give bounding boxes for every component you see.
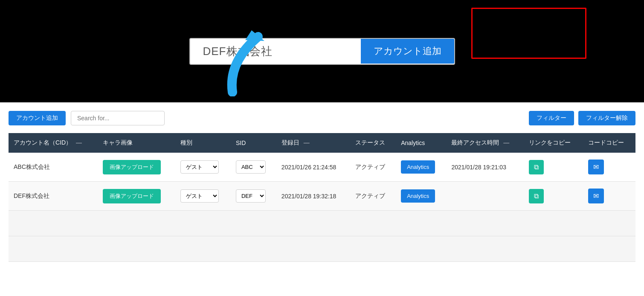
sid-select[interactable]: ABC DEF [236, 189, 266, 203]
toolbar: アカウント追加 フィルター フィルター解除 [9, 111, 635, 125]
cell-analytics: Analytics [396, 153, 446, 182]
copy-link-button[interactable]: ⧉ [529, 160, 544, 174]
filter-clear-button[interactable]: フィルター解除 [578, 111, 635, 125]
type-select[interactable]: ゲスト 管理者 [180, 189, 219, 203]
table-row: DEF株式会社 画像アップロード ゲスト 管理者 ABC DEF [9, 182, 635, 211]
upload-button[interactable]: 画像アップロード [103, 160, 161, 174]
cell-copy-code: ✉ [583, 182, 635, 211]
col-header-sid: SID [231, 133, 276, 153]
sid-select[interactable]: ABC DEF [236, 160, 266, 174]
toolbar-right: フィルター フィルター解除 [529, 111, 635, 125]
col-header-copy-code: コードコピー [583, 133, 635, 153]
col-header-account-name: アカウント名（CID） — [9, 133, 98, 153]
cursor-icon: ▶ [570, 79, 577, 90]
cell-sid: ABC DEF [231, 182, 276, 211]
main-section: アカウント追加 フィルター フィルター解除 アカウント名（CID） — キャラ画… [0, 102, 644, 262]
highlight-box [471, 8, 586, 59]
col-header-registered-date: 登録日 — [276, 133, 350, 153]
copy-code-button[interactable]: ✉ [588, 189, 604, 203]
table-row: ABC株式会社 画像アップロード ゲスト 管理者 ABC DEF [9, 153, 635, 182]
empty-row [9, 236, 635, 262]
cell-type: ゲスト 管理者 [175, 153, 231, 182]
analytics-button[interactable]: Analytics [401, 160, 435, 174]
cell-analytics: Analytics [396, 182, 446, 211]
cell-registered-date: 2021/01/26 21:24:58 [276, 153, 350, 182]
data-table: アカウント名（CID） — キャラ画像 種別 SID 登録日 — ステータス [9, 133, 635, 262]
copy-link-button[interactable]: ⧉ [529, 189, 544, 203]
cell-character-image: 画像アップロード [98, 182, 175, 211]
mail-icon: ✉ [593, 163, 599, 171]
copy-link-icon: ⧉ [534, 192, 539, 200]
upload-button[interactable]: 画像アップロード [103, 189, 161, 203]
table-header-row: アカウント名（CID） — キャラ画像 種別 SID 登録日 — ステータス [9, 133, 635, 153]
col-header-type: 種別 [175, 133, 231, 153]
filter-button[interactable]: フィルター [529, 111, 574, 125]
cell-account-name: DEF株式会社 [9, 182, 98, 211]
cell-character-image: 画像アップロード [98, 153, 175, 182]
cell-copy-link: ⧉ [524, 182, 583, 211]
cell-copy-code: ✉ [583, 153, 635, 182]
top-add-account-button[interactable]: アカウント追加 [361, 39, 454, 64]
cell-status: アクティブ [350, 182, 396, 211]
cell-sid: ABC DEF [231, 153, 276, 182]
cell-status: アクティブ [350, 153, 396, 182]
cell-copy-link: ⧉ [524, 153, 583, 182]
analytics-button[interactable]: Analytics [401, 189, 435, 203]
cell-registered-date: 2021/01/28 19:32:18 [276, 182, 350, 211]
type-select[interactable]: ゲスト 管理者 [180, 160, 219, 174]
cell-type: ゲスト 管理者 [175, 182, 231, 211]
copy-code-button[interactable]: ✉ [588, 160, 604, 174]
col-header-last-access: 最終アクセス時間 — [446, 133, 524, 153]
add-account-button[interactable]: アカウント追加 [9, 111, 66, 125]
top-section: アカウント追加 ▶ [0, 0, 644, 102]
empty-row [9, 211, 635, 236]
col-header-analytics: Analytics [396, 133, 446, 153]
mail-icon: ✉ [593, 192, 599, 200]
cell-last-access [446, 182, 524, 211]
col-header-character-image: キャラ画像 [98, 133, 175, 153]
copy-link-icon: ⧉ [534, 163, 539, 171]
cell-last-access: 2021/01/28 19:21:03 [446, 153, 524, 182]
col-header-copy-link: リンクをコピー [524, 133, 583, 153]
search-input[interactable] [71, 111, 165, 125]
blue-arrow [224, 28, 279, 98]
cell-account-name: ABC株式会社 [9, 153, 98, 182]
col-header-status: ステータス [350, 133, 396, 153]
